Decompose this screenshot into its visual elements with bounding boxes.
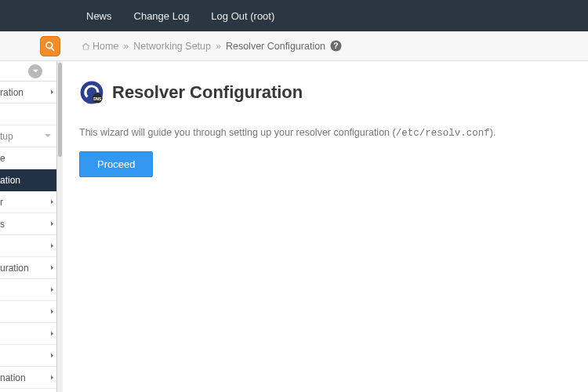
sidebar: rationtupeationrsurationnation: [0, 61, 57, 392]
breadcrumb: Home » Networking Setup » Resolver Confi…: [81, 40, 342, 52]
nav-changelog[interactable]: Change Log: [134, 10, 190, 22]
sidebar-item-14[interactable]: [0, 389, 56, 392]
second-bar: Home » Networking Setup » Resolver Confi…: [0, 31, 588, 61]
help-icon[interactable]: ?: [330, 40, 342, 52]
resolver-icon: DNS: [79, 80, 104, 105]
sidebar-item-label: ation: [0, 175, 20, 186]
breadcrumb-networking[interactable]: Networking Setup: [133, 41, 211, 52]
sidebar-item-6[interactable]: s: [0, 213, 56, 235]
intro-before: This wizard will guide you through setti…: [79, 127, 396, 138]
proceed-button[interactable]: Proceed: [79, 151, 153, 177]
chevron-right-icon: [46, 243, 52, 249]
sidebar-item-label: r: [0, 197, 3, 208]
scroll-thumb[interactable]: [58, 63, 62, 157]
sidebar-item-12[interactable]: [0, 345, 56, 367]
sidebar-item-3[interactable]: e: [0, 147, 56, 169]
search-icon: [45, 41, 56, 52]
sidebar-item-8[interactable]: uration: [0, 257, 56, 279]
sidebar-collapse-row[interactable]: [0, 61, 56, 82]
sidebar-item-label: s: [0, 219, 5, 230]
top-navbar: News Change Log Log Out (root): [0, 0, 588, 31]
breadcrumb-sep: »: [123, 41, 129, 52]
chevron-right-icon: [46, 331, 52, 336]
content: DNS Resolver Configuration This wizard w…: [57, 61, 588, 392]
sidebar-item-1[interactable]: [0, 103, 56, 125]
chevron-right-icon: [46, 265, 52, 270]
content-scrollbar[interactable]: [57, 61, 63, 392]
breadcrumb-home[interactable]: Home: [93, 41, 118, 52]
sidebar-item-label: tup: [0, 131, 13, 142]
svg-text:?: ?: [333, 42, 338, 50]
sidebar-item-label: ration: [0, 87, 24, 98]
main: rationtupeationrsurationnation DNS Resol…: [0, 61, 588, 392]
chevron-right-icon: [46, 287, 52, 292]
sidebar-item-10[interactable]: [0, 301, 56, 323]
sidebar-item-label: nation: [0, 372, 26, 383]
intro-path: /etc/resolv.conf: [396, 128, 490, 139]
sidebar-item-7[interactable]: [0, 235, 56, 257]
chevron-down-icon: [44, 131, 52, 142]
sidebar-list: rationtupeationrsurationnation: [0, 82, 56, 392]
sidebar-item-2[interactable]: tup: [0, 125, 56, 147]
sidebar-item-label: uration: [0, 263, 29, 274]
sidebar-item-11[interactable]: [0, 323, 56, 345]
title-row: DNS Resolver Configuration: [79, 80, 569, 105]
page-title: Resolver Configuration: [112, 82, 303, 103]
chevron-right-icon: [46, 221, 52, 227]
nav-news[interactable]: News: [86, 10, 112, 22]
breadcrumb-current: Resolver Configuration: [226, 41, 325, 52]
breadcrumb-sep: »: [216, 41, 221, 52]
nav-logout[interactable]: Log Out (root): [211, 10, 274, 22]
chevron-right-icon: [46, 375, 52, 380]
chevron-right-icon: [46, 89, 52, 95]
chevron-right-icon: [46, 199, 52, 205]
sidebar-item-5[interactable]: r: [0, 191, 56, 213]
sidebar-item-9[interactable]: [0, 279, 56, 301]
chevron-right-icon: [46, 353, 52, 358]
sidebar-item-13[interactable]: nation: [0, 367, 56, 389]
sidebar-item-4[interactable]: ation: [0, 169, 56, 191]
sidebar-item-0[interactable]: ration: [0, 82, 56, 103]
home-icon: [81, 42, 91, 51]
search-button[interactable]: [40, 36, 60, 56]
search-wrap: [0, 31, 64, 61]
collapse-icon: [28, 64, 42, 78]
chevron-right-icon: [46, 309, 52, 314]
intro-text: This wizard will guide you through setti…: [79, 127, 569, 139]
intro-after: ).: [490, 127, 496, 138]
sidebar-item-label: e: [0, 153, 5, 164]
svg-text:DNS: DNS: [93, 97, 102, 101]
